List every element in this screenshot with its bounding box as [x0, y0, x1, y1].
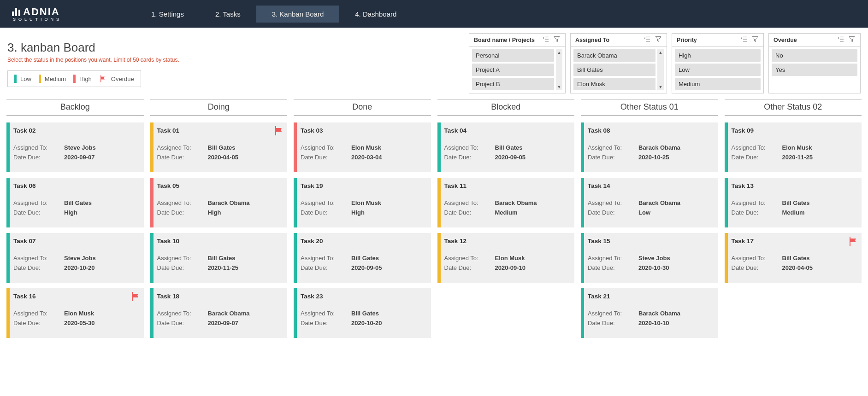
kanban-card[interactable]: Task 15 Assigned To:Steve Jobs Date Due:…: [581, 233, 718, 283]
filter-item[interactable]: Personal: [472, 49, 554, 62]
multiselect-icon[interactable]: [644, 35, 651, 45]
priority-stripe: [581, 122, 584, 172]
clear-filter-icon[interactable]: [751, 35, 759, 45]
due-value: 2020-11-25: [208, 264, 239, 271]
nav-tab[interactable]: 3. Kanban Board: [256, 6, 340, 23]
kanban-card[interactable]: Task 19 Assigned To:Elon Musk Date Due:H…: [294, 178, 431, 227]
filter-item[interactable]: Barack Obama: [573, 49, 655, 62]
due-label: Date Due:: [13, 320, 64, 326]
kanban-card[interactable]: Task 12 Assigned To:Elon Musk Date Due:2…: [437, 233, 575, 283]
due-value: High: [351, 209, 365, 216]
due-label: Date Due:: [732, 154, 782, 161]
clear-filter-icon[interactable]: [655, 35, 662, 45]
column-header: Other Status 01: [581, 99, 718, 116]
kanban-card[interactable]: Task 05 Assigned To:Barack Obama Date Du…: [150, 178, 288, 227]
assigned-label: Assigned To:: [13, 310, 64, 317]
filter-item[interactable]: Yes: [772, 64, 857, 76]
assigned-value: Bill Gates: [782, 199, 810, 206]
kanban-column: Other Status 01 Task 08 Assigned To:Bara…: [581, 99, 718, 338]
priority-stripe: [6, 178, 10, 227]
kanban-card[interactable]: Task 10 Assigned To:Bill Gates Date Due:…: [150, 233, 288, 283]
clear-filter-icon[interactable]: [848, 35, 856, 45]
filter-item[interactable]: Elon Musk: [573, 78, 655, 90]
priority-stripe: [581, 178, 584, 227]
legend-low: Low: [14, 75, 31, 83]
filter-item[interactable]: Medium: [675, 78, 761, 90]
kanban-card[interactable]: Task 03 Assigned To:Elon Musk Date Due:2…: [294, 122, 431, 172]
filter-item[interactable]: Project A: [472, 64, 554, 76]
assigned-value: Bill Gates: [351, 310, 379, 317]
column-header: Doing: [150, 99, 288, 116]
due-value: 2020-04-05: [208, 154, 239, 161]
scroll-down-icon[interactable]: ▼: [557, 84, 561, 90]
nav-tab[interactable]: 1. Settings: [136, 6, 200, 23]
assigned-value: Elon Musk: [351, 144, 381, 151]
legend-overdue: Overdue: [99, 75, 134, 83]
assigned-value: Steve Jobs: [64, 255, 96, 262]
scroll-up-icon[interactable]: ▲: [659, 49, 663, 56]
scrollbar[interactable]: ▲▼: [657, 49, 664, 90]
kanban-card[interactable]: Task 18 Assigned To:Barack Obama Date Du…: [150, 288, 288, 338]
kanban-card[interactable]: Task 08 Assigned To:Barack Obama Date Du…: [581, 122, 718, 172]
kanban-card[interactable]: Task 20 Assigned To:Bill Gates Date Due:…: [294, 233, 431, 283]
nav-tab[interactable]: 2. Tasks: [200, 6, 256, 23]
due-label: Date Due:: [157, 264, 208, 271]
logo-text: ADNIA: [23, 6, 60, 18]
assigned-value: Barack Obama: [638, 310, 680, 317]
kanban-card[interactable]: Task 01 Assigned To:Bill Gates Date Due:…: [150, 122, 288, 172]
due-label: Date Due:: [444, 264, 495, 271]
kanban-card[interactable]: Task 07 Assigned To:Steve Jobs Date Due:…: [6, 233, 144, 283]
priority-stripe: [6, 122, 10, 172]
scrollbar[interactable]: ▲▼: [556, 49, 562, 90]
legend-medium: Medium: [39, 75, 66, 83]
overdue-flag-icon: [273, 125, 284, 138]
scroll-down-icon[interactable]: ▼: [659, 84, 663, 90]
due-label: Date Due:: [13, 264, 64, 271]
due-label: Date Due:: [157, 320, 208, 326]
kanban-card[interactable]: Task 23 Assigned To:Bill Gates Date Due:…: [294, 288, 431, 338]
kanban-card[interactable]: Task 14 Assigned To:Barack Obama Date Du…: [581, 178, 718, 227]
scroll-up-icon[interactable]: ▲: [557, 49, 561, 56]
column-header: Backlog: [6, 99, 144, 116]
priority-stripe: [437, 178, 441, 227]
assigned-value: Steve Jobs: [638, 255, 670, 262]
assigned-label: Assigned To:: [13, 255, 64, 262]
filter-item[interactable]: High: [675, 49, 761, 62]
filter-pane: Priority HighLowMedium: [672, 33, 764, 93]
due-label: Date Due:: [13, 209, 64, 216]
kanban-card[interactable]: Task 11 Assigned To:Barack Obama Date Du…: [437, 178, 575, 227]
multiselect-icon[interactable]: [542, 35, 549, 45]
kanban-column: Done Task 03 Assigned To:Elon Musk Date …: [294, 99, 431, 338]
kanban-card[interactable]: Task 17 Assigned To:Bill Gates Date Due:…: [725, 233, 862, 283]
kanban-card[interactable]: Task 13 Assigned To:Bill Gates Date Due:…: [725, 178, 862, 227]
kanban-card[interactable]: Task 06 Assigned To:Bill Gates Date Due:…: [6, 178, 144, 227]
filter-item[interactable]: Low: [675, 64, 761, 76]
logo-icon: [12, 8, 20, 16]
assigned-label: Assigned To:: [588, 255, 638, 262]
svg-marker-7: [655, 36, 661, 41]
clear-filter-icon[interactable]: [553, 35, 561, 45]
due-label: Date Due:: [301, 320, 351, 326]
priority-stripe: [294, 122, 297, 172]
assigned-value: Elon Musk: [782, 144, 812, 151]
kanban-card[interactable]: Task 21 Assigned To:Barack Obama Date Du…: [581, 288, 718, 338]
priority-stripe: [294, 233, 297, 283]
card-title: Task 10: [157, 238, 282, 245]
flag-icon: [99, 75, 107, 83]
kanban-card[interactable]: Task 02 Assigned To:Steve Jobs Date Due:…: [6, 122, 144, 172]
nav-tab[interactable]: 4. Dashboard: [339, 6, 412, 23]
priority-stripe: [581, 233, 584, 283]
filter-item[interactable]: No: [772, 49, 857, 62]
kanban-column: Doing Task 01 Assigned To:Bill Gates Dat…: [150, 99, 288, 338]
filter-item[interactable]: Project B: [472, 78, 554, 90]
kanban-card[interactable]: Task 16 Assigned To:Elon Musk Date Due:2…: [6, 288, 144, 338]
kanban-card[interactable]: Task 04 Assigned To:Bill Gates Date Due:…: [437, 122, 575, 172]
multiselect-icon[interactable]: [740, 35, 748, 45]
multiselect-icon[interactable]: [837, 35, 844, 45]
kanban-card[interactable]: Task 09 Assigned To:Elon Musk Date Due:2…: [725, 122, 862, 172]
filter-item[interactable]: Bill Gates: [573, 64, 655, 76]
assigned-label: Assigned To:: [444, 255, 495, 262]
assigned-value: Elon Musk: [351, 199, 381, 206]
card-title: Task 08: [588, 127, 713, 134]
assigned-label: Assigned To:: [13, 144, 64, 151]
